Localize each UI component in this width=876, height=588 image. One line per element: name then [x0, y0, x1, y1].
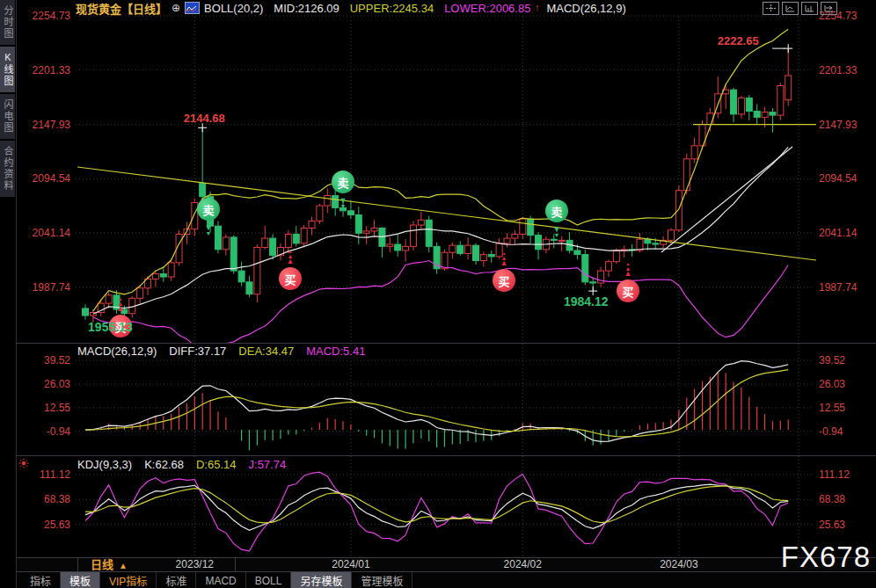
kdj-d-value: D:65.14	[196, 458, 237, 471]
sidebar-tab-4[interactable]: 合约资料	[0, 141, 15, 199]
x-axis-date-label: 2024/01	[332, 558, 369, 570]
trading-app-window: 分时图K线图闪电图合约资料 现货黄金【日线】 ⊕ BOLL(20,2) MID:…	[0, 0, 876, 588]
kdj-title: KDJ(9,3,3)	[77, 458, 132, 471]
up-arrow-icon: ↑	[534, 2, 539, 14]
bottom-tab-4[interactable]: 标准	[157, 572, 196, 588]
bottom-tab-6[interactable]: BOLL	[246, 572, 292, 588]
price-axis-label-right: 2147.93	[819, 119, 857, 131]
signal-badge-buy: 买	[279, 267, 302, 290]
chart-shift-icon[interactable]	[821, 2, 837, 15]
bottom-tab-3[interactable]: VIP指标	[100, 572, 157, 588]
price-axis-label-left: 25.63	[16, 519, 70, 531]
panel-collapse-icon[interactable]	[18, 456, 29, 472]
price-tag-annotation: 1984.12	[564, 294, 609, 309]
symbol-title: 现货黄金【日线】	[76, 0, 167, 17]
bottom-tab-2[interactable]: 模板	[61, 572, 100, 588]
x-axis-row: 日线▲	[16, 557, 876, 572]
price-axis-label-left: 2147.93	[16, 119, 70, 131]
chart-layout-icon[interactable]	[782, 2, 799, 15]
price-tag-annotation: 1955.13	[88, 320, 133, 334]
buy-arrows-icon: ▲▲▲	[624, 263, 632, 277]
price-axis-label-right: 2041.14	[819, 227, 857, 239]
price-axis-label-left: 1987.74	[16, 281, 70, 294]
boll-mid-value: MID:2126.09	[274, 2, 339, 15]
boll-lower-value: LOWER:2006.85	[444, 2, 530, 15]
price-axis-label-left: 2094.54	[16, 172, 70, 185]
top-indicator-bar: 现货黄金【日线】 ⊕ BOLL(20,2) MID:2126.09 UPPER:…	[16, 0, 876, 16]
price-axis-label-left: 39.52	[16, 354, 70, 367]
left-chart-type-strip: 分时图K线图闪电图合约资料	[0, 0, 17, 588]
signal-badge-buy: 买	[493, 269, 515, 292]
price-axis-label-left: 2041.14	[16, 227, 70, 239]
kdj-k-value: K:62.68	[144, 458, 184, 471]
price-axis-label-left: -0.94	[16, 425, 70, 438]
price-axis-label-left: 68.38	[16, 493, 70, 505]
bottom-tab-7[interactable]: 另存模板	[291, 572, 352, 588]
price-axis-label-right: 111.12	[819, 468, 850, 481]
price-tag-annotation: 2144.68	[184, 112, 225, 125]
crosshair-icon[interactable]	[763, 2, 779, 15]
signal-badge-sell: 卖	[545, 200, 568, 222]
macd-macd-value: MACD:5.41	[306, 345, 365, 358]
indicator-chart-icon[interactable]	[185, 2, 200, 14]
macd-title: MACD(26,12,9)	[77, 345, 157, 358]
chevron-up-icon: ▲	[119, 561, 128, 570]
sell-arrows-icon: ▼▼	[553, 227, 561, 237]
price-axis-label-right: 12.55	[819, 402, 845, 414]
chart-bars-icon[interactable]	[801, 2, 818, 15]
fx678-watermark: FX678	[781, 541, 871, 574]
price-axis-label-right: 68.38	[819, 493, 845, 505]
kdj-panel-header: KDJ(9,3,3) K:62.68 D:65.14 J:57.74	[77, 458, 286, 471]
signal-badge-sell: 卖	[332, 171, 354, 193]
macd-panel-header: MACD(26,12,9) DIFF:37.17 DEA:34.47 MACD:…	[77, 345, 365, 358]
kdj-j-value: J:57.74	[249, 458, 287, 471]
macd-dea-value: DEA:34.47	[238, 345, 294, 358]
signal-badge-buy: 买	[617, 279, 639, 302]
signal-badge-sell: 卖	[197, 198, 220, 221]
chart-toolbar	[760, 2, 837, 15]
price-axis-label-right: 2201.33	[819, 64, 857, 76]
sell-arrows-icon: ▼▼	[205, 225, 213, 236]
main-chart-canvas[interactable]	[76, 16, 814, 343]
boll-params-label: BOLL(20,2)	[204, 2, 263, 15]
circle-plus-icon[interactable]: ⊕	[172, 2, 180, 14]
price-tag-annotation: 2222.65	[718, 34, 759, 47]
buy-arrows-icon: ▲▲▲	[117, 298, 125, 312]
price-axis-label-right: 26.03	[819, 378, 845, 390]
macd-diff-value: DIFF:37.17	[169, 345, 226, 358]
sidebar-tab-3[interactable]: 闪电图	[0, 94, 15, 141]
bottom-tab-5[interactable]: MACD	[196, 572, 245, 588]
price-axis-label-left: 2201.33	[16, 64, 70, 76]
x-axis-date-label: 2024/02	[504, 558, 542, 570]
x-axis-date-label: 2023/12	[176, 558, 214, 570]
price-axis-label-right: 39.52	[819, 354, 845, 367]
sidebar-tab-2[interactable]: K线图	[0, 47, 15, 94]
price-axis-label-right: -0.94	[819, 425, 843, 438]
boll-upper-value: UPPER:2245.34	[350, 2, 434, 15]
bottom-tab-bar: 指标模板VIP指标标准MACDBOLL另存模板管理模板	[16, 571, 876, 588]
price-axis-label-right: 1987.74	[819, 281, 857, 294]
sidebar-tab-1[interactable]: 分时图	[0, 0, 15, 47]
sell-arrows-icon: ▼▼	[339, 198, 347, 208]
buy-arrows-icon: ▲▲▲	[500, 252, 508, 266]
price-axis-label-left: 26.03	[16, 378, 70, 390]
price-axis-label-right: 2094.54	[819, 172, 857, 185]
bottom-tab-8[interactable]: 管理模板	[352, 572, 412, 588]
bottom-tab-1[interactable]: 指标	[21, 572, 61, 588]
price-axis-label-right: 25.63	[819, 519, 845, 531]
macd-params-label: MACD(26,12,9)	[546, 2, 625, 15]
x-axis-date-label: 2024/03	[660, 558, 697, 570]
price-axis-label-left: 12.55	[16, 402, 70, 414]
buy-arrows-icon: ▲▲▲	[287, 250, 295, 265]
